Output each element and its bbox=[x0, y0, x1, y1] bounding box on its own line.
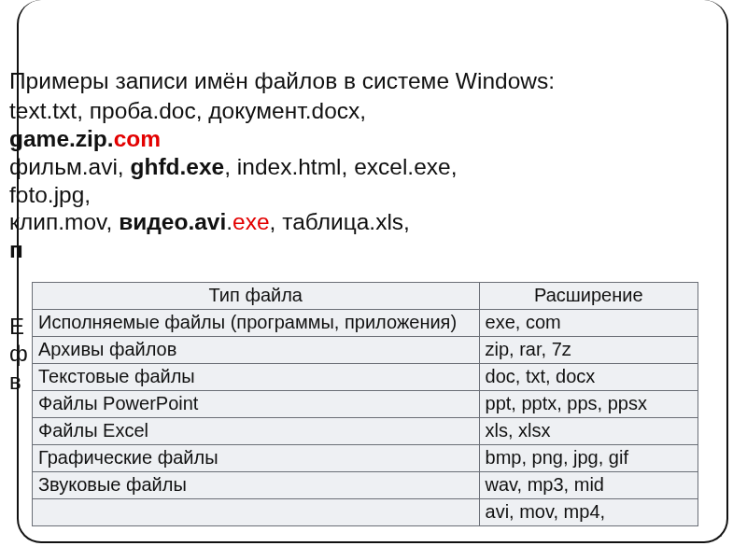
header-type: Тип файла bbox=[33, 283, 480, 310]
cell-ext: bmp, png, jpg, gif bbox=[479, 445, 698, 472]
text: foto.jpg, bbox=[9, 182, 91, 207]
red-text: exe bbox=[233, 209, 270, 234]
cell-ext: ppt, pptx, pps, ppsx bbox=[479, 391, 698, 418]
bold-text: п bbox=[9, 237, 23, 262]
header-ext: Расширение bbox=[479, 283, 698, 310]
text: фильм.avi, bbox=[9, 154, 131, 179]
cell-ext: exe, com bbox=[479, 310, 698, 337]
cell-type: Файлы Excel bbox=[33, 418, 480, 445]
text: , таблица.xls, bbox=[270, 209, 410, 234]
red-bold-text: com bbox=[114, 126, 161, 151]
table-row: Исполняемые файлы (программы, приложения… bbox=[33, 310, 698, 337]
text: , index.html, excel.exe, bbox=[224, 154, 457, 179]
cell-ext: zip, rar, 7z bbox=[479, 337, 698, 364]
content-block: Примеры записи имён файлов в системе Win… bbox=[9, 67, 700, 264]
example-line-6: п bbox=[9, 236, 700, 264]
example-line-3: фильм.avi, ghfd.exe, index.html, excel.e… bbox=[9, 153, 700, 181]
extensions-table: Тип файла Расширение Исполняемые файлы (… bbox=[32, 282, 698, 526]
example-line-1: text.txt, проба.doc, документ.docх, bbox=[9, 97, 700, 125]
example-line-5: клип.mov, видео.avi.exe, таблица.xls, bbox=[9, 208, 700, 236]
cell-type: Файлы PowerPoint bbox=[33, 391, 480, 418]
cell-type: Графические файлы bbox=[33, 445, 480, 472]
table-row: avi, mov, mp4, bbox=[33, 499, 698, 526]
cell-ext: wav, mp3, mid bbox=[479, 472, 698, 499]
table-row: Файлы PowerPoint ppt, pptx, pps, ppsx bbox=[33, 391, 698, 418]
table-row: Архивы файлов zip, rar, 7z bbox=[33, 337, 698, 364]
table-row: Текстовые файлы doc, txt, docx bbox=[33, 364, 698, 391]
intro-text: Примеры записи имён файлов в системе Win… bbox=[9, 67, 700, 95]
example-line-4: foto.jpg, bbox=[9, 181, 700, 209]
cell-type: Звуковые файлы bbox=[33, 472, 480, 499]
cell-ext: avi, mov, mp4, bbox=[479, 499, 698, 526]
text: клип.mov, bbox=[9, 209, 119, 234]
cell-ext: xls, xlsx bbox=[479, 418, 698, 445]
cell-type bbox=[33, 499, 480, 526]
bold-text: game.zip. bbox=[9, 126, 114, 151]
example-line-2: game.zip.com bbox=[9, 125, 700, 153]
text: text.txt, проба.doc, документ.docх, bbox=[9, 98, 366, 123]
table-header-row: Тип файла Расширение bbox=[33, 283, 698, 310]
cell-type: Текстовые файлы bbox=[33, 364, 480, 391]
cell-type: Архивы файлов bbox=[33, 337, 480, 364]
bold-text: ghfd.exe bbox=[131, 154, 225, 179]
bold-text: видео.avi bbox=[119, 209, 226, 234]
cell-ext: doc, txt, docx bbox=[479, 364, 698, 391]
cell-type: Исполняемые файлы (программы, приложения… bbox=[33, 310, 480, 337]
table-row: Файлы Excel xls, xlsx bbox=[33, 418, 698, 445]
table-row: Звуковые файлы wav, mp3, mid bbox=[33, 472, 698, 499]
table-row: Графические файлы bmp, png, jpg, gif bbox=[33, 445, 698, 472]
